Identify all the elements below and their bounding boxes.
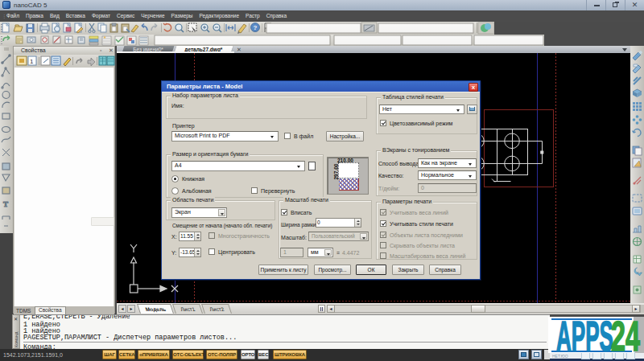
svg-text:T: T — [3, 200, 8, 208]
svg-text:1: 1 — [30, 58, 34, 65]
svg-text:?: ? — [254, 24, 258, 31]
svg-text:24: 24 — [611, 314, 640, 359]
svg-text:APPS: APPS — [556, 314, 613, 359]
